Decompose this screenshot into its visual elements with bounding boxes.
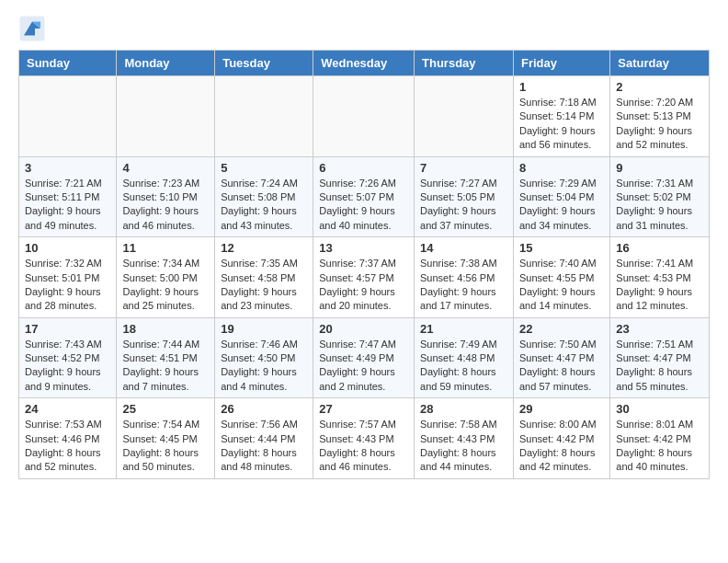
calendar-cell: 7Sunrise: 7:27 AM Sunset: 5:05 PM Daylig…	[415, 156, 514, 237]
weekday-tuesday: Tuesday	[215, 51, 313, 76]
day-number: 4	[122, 161, 209, 175]
day-info: Sunrise: 8:01 AM Sunset: 4:42 PM Dayligh…	[616, 418, 703, 475]
day-info: Sunrise: 7:26 AM Sunset: 5:07 PM Dayligh…	[319, 177, 408, 234]
calendar-cell: 3Sunrise: 7:21 AM Sunset: 5:11 PM Daylig…	[19, 156, 117, 237]
calendar-week-0: 1Sunrise: 7:18 AM Sunset: 5:14 PM Daylig…	[19, 76, 710, 157]
calendar-cell	[415, 76, 514, 157]
day-info: Sunrise: 7:53 AM Sunset: 4:46 PM Dayligh…	[25, 418, 110, 475]
calendar-cell: 27Sunrise: 7:57 AM Sunset: 4:43 PM Dayli…	[313, 398, 415, 479]
day-number: 3	[25, 161, 110, 175]
calendar-cell: 16Sunrise: 7:41 AM Sunset: 4:53 PM Dayli…	[610, 237, 710, 318]
calendar-cell: 14Sunrise: 7:38 AM Sunset: 4:56 PM Dayli…	[415, 237, 514, 318]
day-info: Sunrise: 7:47 AM Sunset: 4:49 PM Dayligh…	[319, 338, 408, 395]
calendar-cell: 8Sunrise: 7:29 AM Sunset: 5:04 PM Daylig…	[513, 156, 609, 237]
day-number: 16	[616, 241, 703, 255]
calendar-cell: 9Sunrise: 7:31 AM Sunset: 5:02 PM Daylig…	[610, 156, 710, 237]
calendar-cell	[117, 76, 215, 157]
day-info: Sunrise: 7:44 AM Sunset: 4:51 PM Dayligh…	[122, 338, 209, 395]
day-info: Sunrise: 7:35 AM Sunset: 4:58 PM Dayligh…	[221, 257, 307, 314]
day-info: Sunrise: 7:54 AM Sunset: 4:45 PM Dayligh…	[122, 418, 209, 475]
calendar-cell: 18Sunrise: 7:44 AM Sunset: 4:51 PM Dayli…	[117, 317, 215, 398]
calendar-cell: 25Sunrise: 7:54 AM Sunset: 4:45 PM Dayli…	[117, 398, 215, 479]
calendar-cell: 29Sunrise: 8:00 AM Sunset: 4:42 PM Dayli…	[513, 398, 609, 479]
day-number: 25	[122, 402, 209, 416]
calendar-cell	[215, 76, 313, 157]
calendar-week-3: 17Sunrise: 7:43 AM Sunset: 4:52 PM Dayli…	[19, 317, 710, 398]
page-container: Sunday Monday Tuesday Wednesday Thursday…	[0, 0, 728, 494]
day-info: Sunrise: 7:37 AM Sunset: 4:57 PM Dayligh…	[319, 257, 408, 314]
calendar-cell	[313, 76, 415, 157]
calendar-week-4: 24Sunrise: 7:53 AM Sunset: 4:46 PM Dayli…	[19, 398, 710, 479]
day-info: Sunrise: 7:18 AM Sunset: 5:14 PM Dayligh…	[519, 96, 604, 153]
day-info: Sunrise: 7:29 AM Sunset: 5:04 PM Dayligh…	[519, 177, 604, 234]
header	[18, 15, 710, 42]
calendar-week-2: 10Sunrise: 7:32 AM Sunset: 5:01 PM Dayli…	[19, 237, 710, 318]
day-info: Sunrise: 7:41 AM Sunset: 4:53 PM Dayligh…	[616, 257, 703, 314]
day-number: 11	[122, 241, 209, 255]
day-number: 8	[519, 161, 604, 175]
logo	[18, 15, 50, 42]
day-number: 28	[420, 402, 507, 416]
day-info: Sunrise: 7:40 AM Sunset: 4:55 PM Dayligh…	[519, 257, 604, 314]
weekday-row: Sunday Monday Tuesday Wednesday Thursday…	[19, 51, 710, 76]
day-number: 27	[319, 402, 408, 416]
calendar-cell: 17Sunrise: 7:43 AM Sunset: 4:52 PM Dayli…	[19, 317, 117, 398]
day-number: 14	[420, 241, 507, 255]
weekday-friday: Friday	[513, 51, 609, 76]
calendar-body: 1Sunrise: 7:18 AM Sunset: 5:14 PM Daylig…	[19, 76, 710, 479]
day-number: 29	[519, 402, 604, 416]
calendar-cell: 2Sunrise: 7:20 AM Sunset: 5:13 PM Daylig…	[610, 76, 710, 157]
calendar-cell: 1Sunrise: 7:18 AM Sunset: 5:14 PM Daylig…	[513, 76, 609, 157]
day-info: Sunrise: 7:56 AM Sunset: 4:44 PM Dayligh…	[221, 418, 307, 475]
day-info: Sunrise: 8:00 AM Sunset: 4:42 PM Dayligh…	[519, 418, 604, 475]
day-info: Sunrise: 7:21 AM Sunset: 5:11 PM Dayligh…	[25, 177, 110, 234]
day-info: Sunrise: 7:58 AM Sunset: 4:43 PM Dayligh…	[420, 418, 507, 475]
calendar-cell: 6Sunrise: 7:26 AM Sunset: 5:07 PM Daylig…	[313, 156, 415, 237]
day-number: 9	[616, 161, 703, 175]
logo-icon	[18, 15, 46, 42]
day-info: Sunrise: 7:31 AM Sunset: 5:02 PM Dayligh…	[616, 177, 703, 234]
day-number: 13	[319, 241, 408, 255]
day-info: Sunrise: 7:51 AM Sunset: 4:47 PM Dayligh…	[616, 338, 703, 395]
calendar-cell	[19, 76, 117, 157]
calendar-cell: 28Sunrise: 7:58 AM Sunset: 4:43 PM Dayli…	[415, 398, 514, 479]
calendar-cell: 22Sunrise: 7:50 AM Sunset: 4:47 PM Dayli…	[513, 317, 609, 398]
day-number: 22	[519, 322, 604, 336]
day-info: Sunrise: 7:27 AM Sunset: 5:05 PM Dayligh…	[420, 177, 507, 234]
calendar-week-1: 3Sunrise: 7:21 AM Sunset: 5:11 PM Daylig…	[19, 156, 710, 237]
day-number: 17	[25, 322, 110, 336]
day-info: Sunrise: 7:32 AM Sunset: 5:01 PM Dayligh…	[25, 257, 110, 314]
day-number: 12	[221, 241, 307, 255]
calendar-header: Sunday Monday Tuesday Wednesday Thursday…	[19, 51, 710, 76]
calendar-cell: 12Sunrise: 7:35 AM Sunset: 4:58 PM Dayli…	[215, 237, 313, 318]
calendar-cell: 11Sunrise: 7:34 AM Sunset: 5:00 PM Dayli…	[117, 237, 215, 318]
calendar-cell: 20Sunrise: 7:47 AM Sunset: 4:49 PM Dayli…	[313, 317, 415, 398]
day-number: 10	[25, 241, 110, 255]
day-info: Sunrise: 7:49 AM Sunset: 4:48 PM Dayligh…	[420, 338, 507, 395]
day-info: Sunrise: 7:24 AM Sunset: 5:08 PM Dayligh…	[221, 177, 307, 234]
weekday-wednesday: Wednesday	[313, 51, 415, 76]
calendar-cell: 4Sunrise: 7:23 AM Sunset: 5:10 PM Daylig…	[117, 156, 215, 237]
day-info: Sunrise: 7:34 AM Sunset: 5:00 PM Dayligh…	[122, 257, 209, 314]
calendar-cell: 23Sunrise: 7:51 AM Sunset: 4:47 PM Dayli…	[610, 317, 710, 398]
calendar-cell: 5Sunrise: 7:24 AM Sunset: 5:08 PM Daylig…	[215, 156, 313, 237]
calendar-cell: 24Sunrise: 7:53 AM Sunset: 4:46 PM Dayli…	[19, 398, 117, 479]
day-number: 6	[319, 161, 408, 175]
calendar-cell: 30Sunrise: 8:01 AM Sunset: 4:42 PM Dayli…	[610, 398, 710, 479]
day-number: 15	[519, 241, 604, 255]
day-number: 5	[221, 161, 307, 175]
day-number: 18	[122, 322, 209, 336]
day-info: Sunrise: 7:46 AM Sunset: 4:50 PM Dayligh…	[221, 338, 307, 395]
calendar-cell: 26Sunrise: 7:56 AM Sunset: 4:44 PM Dayli…	[215, 398, 313, 479]
calendar-cell: 15Sunrise: 7:40 AM Sunset: 4:55 PM Dayli…	[513, 237, 609, 318]
calendar-cell: 19Sunrise: 7:46 AM Sunset: 4:50 PM Dayli…	[215, 317, 313, 398]
day-info: Sunrise: 7:38 AM Sunset: 4:56 PM Dayligh…	[420, 257, 507, 314]
calendar-cell: 13Sunrise: 7:37 AM Sunset: 4:57 PM Dayli…	[313, 237, 415, 318]
day-number: 1	[519, 80, 604, 94]
weekday-sunday: Sunday	[19, 51, 117, 76]
calendar: Sunday Monday Tuesday Wednesday Thursday…	[18, 50, 710, 479]
day-number: 20	[319, 322, 408, 336]
weekday-thursday: Thursday	[415, 51, 514, 76]
calendar-cell: 21Sunrise: 7:49 AM Sunset: 4:48 PM Dayli…	[415, 317, 514, 398]
day-number: 21	[420, 322, 507, 336]
